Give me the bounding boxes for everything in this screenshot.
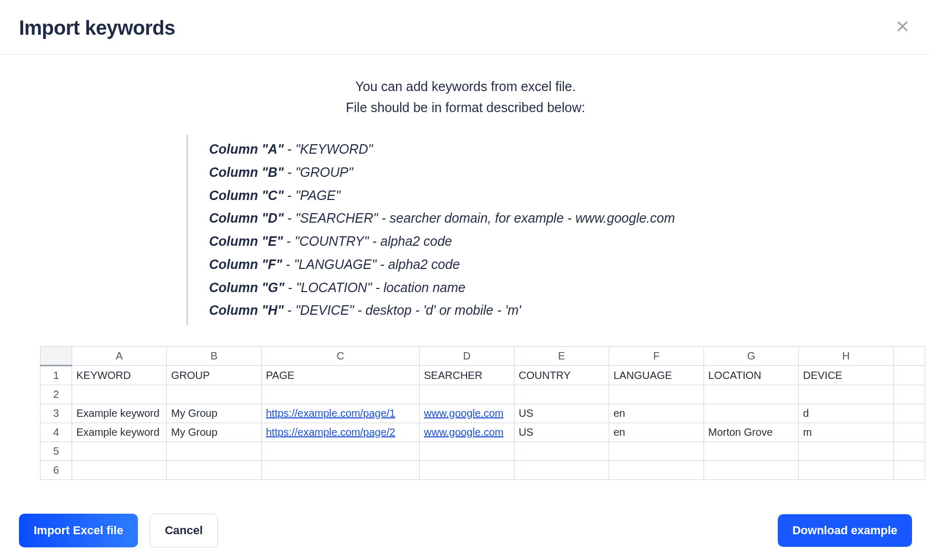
sheet-cell <box>72 385 167 404</box>
sheet-cell <box>704 404 799 423</box>
sheet-cell: PAGE <box>262 366 420 385</box>
column-note: - alpha2 code <box>369 234 452 248</box>
column-note: - location name <box>372 280 466 295</box>
close-button[interactable] <box>893 17 912 36</box>
sheet-corner <box>41 347 72 366</box>
import-keywords-modal: Import keywords You can add keywords fro… <box>0 0 931 560</box>
column-name: Column "H" <box>209 303 284 317</box>
sheet-cell <box>514 385 609 404</box>
column-label: "GROUP" <box>295 165 353 179</box>
modal-title: Import keywords <box>19 17 175 39</box>
sheet-column-header: B <box>167 347 262 366</box>
sheet-cell: Example keyword <box>72 404 167 423</box>
sheet-cell: SEARCHER <box>420 366 514 385</box>
sheet-cell <box>262 442 420 461</box>
column-definition: Column "E" - "COUNTRY" - alpha2 code <box>209 230 745 253</box>
intro-text: You can add keywords from excel file. Fi… <box>19 76 912 118</box>
sheet-link[interactable]: https://example.com/page/1 <box>266 407 395 419</box>
sheet-cell <box>420 461 514 480</box>
sheet-cell <box>72 442 167 461</box>
sheet-row-number: 6 <box>41 461 72 480</box>
sheet-cell: DEVICE <box>799 366 894 385</box>
column-name: Column "G" <box>209 280 284 295</box>
import-excel-button[interactable]: Import Excel file <box>19 514 138 547</box>
column-note: - alpha2 code <box>377 257 460 272</box>
sheet-cell <box>799 461 894 480</box>
sheet-cell: GROUP <box>167 366 262 385</box>
sheet-cell <box>799 385 894 404</box>
sheet-row-number: 1 <box>41 366 72 385</box>
sheet-cell: https://example.com/page/2 <box>262 423 420 442</box>
sheet-row-number: 4 <box>41 423 72 442</box>
sheet-cell <box>167 442 262 461</box>
sheet-cell: US <box>514 423 609 442</box>
modal-footer: Import Excel file Cancel Download exampl… <box>0 491 931 560</box>
column-label: "SEARCHER" <box>295 211 378 225</box>
column-definition: Column "C" - "PAGE" <box>209 184 745 207</box>
sheet-cell: Morton Grove <box>704 423 799 442</box>
column-note: - searcher domain, for example - www.goo… <box>378 211 675 225</box>
spreadsheet-preview: ABCDEFGH1KEYWORDGROUPPAGESEARCHERCOUNTRY… <box>19 332 912 480</box>
column-name: Column "A" <box>209 142 284 156</box>
column-label: "KEYWORD" <box>295 142 373 156</box>
column-name: Column "D" <box>209 211 284 225</box>
sheet-cell <box>262 385 420 404</box>
sheet-column-header: C <box>262 347 420 366</box>
sheet-cell <box>609 461 704 480</box>
sheet-link[interactable]: www.google.com <box>424 407 503 419</box>
modal-content: You can add keywords from excel file. Fi… <box>0 55 931 491</box>
sheet-column-header: F <box>609 347 704 366</box>
sheet-cell <box>262 461 420 480</box>
sheet-cell <box>514 442 609 461</box>
sheet-column-header: E <box>514 347 609 366</box>
sheet-cell <box>420 385 514 404</box>
modal-header: Import keywords <box>0 0 931 55</box>
intro-line-2: File should be in format described below… <box>19 97 912 118</box>
sheet-cell: Example keyword <box>72 423 167 442</box>
sheet-cell <box>167 385 262 404</box>
sheet-cell <box>704 385 799 404</box>
column-definition: Column "A" - "KEYWORD" <box>209 138 745 161</box>
sheet-cell: en <box>609 423 704 442</box>
sheet-cell <box>420 442 514 461</box>
sheet-link[interactable]: www.google.com <box>424 426 503 438</box>
column-note: - desktop - 'd' or mobile - 'm' <box>354 303 521 317</box>
sheet-cell <box>514 461 609 480</box>
sheet-cell <box>609 385 704 404</box>
column-label: "DEVICE" <box>295 303 354 317</box>
sheet-cell: d <box>799 404 894 423</box>
sheet-cell: www.google.com <box>420 423 514 442</box>
sheet-row-number: 2 <box>41 385 72 404</box>
sheet-cell <box>799 442 894 461</box>
sheet-row-number: 3 <box>41 404 72 423</box>
sheet-link[interactable]: https://example.com/page/2 <box>266 426 395 438</box>
column-definition: Column "D" - "SEARCHER" - searcher domai… <box>209 207 745 230</box>
column-definitions: Column "A" - "KEYWORD"Column "B" - "GROU… <box>186 135 745 325</box>
column-label: "PAGE" <box>295 188 340 203</box>
sheet-cell <box>704 461 799 480</box>
sheet-cell: COUNTRY <box>514 366 609 385</box>
sheet-column-header: A <box>72 347 167 366</box>
sheet-cell: My Group <box>167 404 262 423</box>
column-label: "LOCATION" <box>296 280 372 295</box>
sheet-cell: LOCATION <box>704 366 799 385</box>
sheet-column-header: G <box>704 347 799 366</box>
close-icon <box>895 18 910 34</box>
sheet-cell <box>167 461 262 480</box>
sheet-cell: US <box>514 404 609 423</box>
intro-line-1: You can add keywords from excel file. <box>19 76 912 97</box>
sheet-cell: KEYWORD <box>72 366 167 385</box>
column-definition: Column "F" - "LANGUAGE" - alpha2 code <box>209 253 745 276</box>
sheet-cell: My Group <box>167 423 262 442</box>
column-definition: Column "H" - "DEVICE" - desktop - 'd' or… <box>209 299 745 322</box>
sheet-column-header: D <box>420 347 514 366</box>
sheet-cell: m <box>799 423 894 442</box>
column-name: Column "F" <box>209 257 282 272</box>
column-label: "LANGUAGE" <box>294 257 377 272</box>
download-example-button[interactable]: Download example <box>778 514 912 547</box>
sheet-column-header: H <box>799 347 894 366</box>
sheet-cell: LANGUAGE <box>609 366 704 385</box>
cancel-button[interactable]: Cancel <box>150 514 218 547</box>
sheet-cell <box>609 442 704 461</box>
sheet-row-number: 5 <box>41 442 72 461</box>
